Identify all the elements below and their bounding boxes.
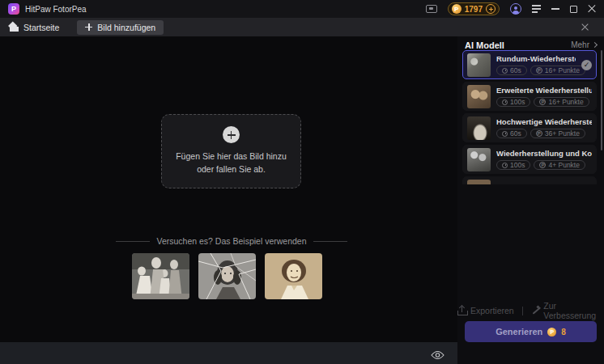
dropzone-text: Fügen Sie hier das Bild hinzu oder falle… [171, 150, 292, 176]
more-models-link[interactable]: Mehr [571, 40, 597, 49]
sidebar-title: AI Modell [465, 40, 571, 50]
clock-icon [502, 99, 508, 105]
duration-badge: 60s [496, 66, 527, 75]
minimize-button[interactable] [551, 8, 559, 9]
coin-balance-pill[interactable]: P 1797 [448, 2, 500, 15]
actions-divider [522, 307, 523, 315]
home-icon[interactable] [10, 23, 19, 32]
cost-badge: P 4+ Punkte [534, 160, 585, 170]
maximize-button[interactable] [570, 6, 577, 13]
enhance-button[interactable]: Zur Verbesserung [531, 301, 604, 320]
coin-icon: P [536, 67, 542, 74]
sample-images-row [132, 253, 322, 299]
coin-balance: 1797 [465, 5, 483, 14]
tab-add-image-label: Bild hinzufügen [97, 23, 155, 32]
ai-model-sidebar: AI Modell Mehr Rundum-Wiederherstellung … [457, 36, 604, 364]
export-button[interactable]: Exportieren [457, 306, 514, 315]
clock-icon [502, 68, 508, 74]
sidebar-actions: Exportieren Zur Verbesserung [457, 303, 604, 318]
sample-image-cracked-portrait[interactable] [198, 253, 256, 299]
account-icon[interactable] [510, 3, 521, 15]
cost-badge: P 16+ Punkte [534, 97, 589, 107]
add-coins-icon[interactable] [486, 4, 496, 14]
model-thumbnail [467, 116, 491, 140]
app-title: HitPaw FotorPea [25, 5, 87, 14]
tab-add-image[interactable]: Bild hinzufügen [77, 20, 164, 35]
cost-badge: P 36+ Punkte [530, 129, 585, 138]
divider-line [116, 241, 150, 242]
sidebar-header: AI Modell Mehr [457, 36, 604, 50]
duration-badge: 100s [496, 97, 530, 107]
model-name: Rundum-Wiederherstellung [496, 54, 576, 63]
model-item-kolorierung[interactable]: Wiederherstellung und Kolorier... 100s P… [462, 145, 597, 174]
coin-icon: P [539, 99, 546, 105]
chevron-right-icon [592, 42, 598, 48]
export-label: Exportieren [470, 306, 514, 315]
model-item-einzel[interactable]: Einzelwiederherstellung [462, 176, 597, 184]
divider-line [313, 241, 347, 242]
close-button[interactable] [588, 5, 596, 13]
clock-icon [502, 131, 508, 137]
export-icon [457, 307, 466, 315]
selected-check-icon: ✓ [581, 60, 592, 70]
sidebar-scrollbar[interactable] [601, 50, 602, 150]
model-thumbnail [467, 53, 491, 77]
model-item-rundum[interactable]: Rundum-Wiederherstellung 60s P 16+ Punkt… [462, 50, 597, 79]
enhance-label: Zur Verbesserung [543, 301, 604, 320]
eye-preview-icon[interactable] [431, 349, 444, 358]
samples-heading-row: Versuchen es? Das Beispiel verwenden [116, 236, 347, 246]
tab-startseite[interactable]: Startseite [23, 23, 59, 32]
model-name: Hochwertige Wiederherstellung [496, 117, 592, 126]
plus-icon [85, 23, 92, 31]
coin-icon: P [547, 328, 556, 336]
model-thumbnail [467, 148, 491, 171]
samples-heading: Versuchen es? Das Beispiel verwenden [156, 236, 306, 246]
model-item-erweiterte[interactable]: Erweiterte Wiederherstellung 100s P 16+ … [462, 82, 597, 111]
title-bar: P HitPaw FotorPea P 1797 [0, 0, 604, 18]
model-item-hochwertige[interactable]: Hochwertige Wiederherstellung 60s P 36+ … [462, 113, 597, 142]
add-image-plus-icon[interactable] [223, 126, 240, 143]
duration-badge: 60s [496, 129, 527, 138]
generate-label: Generieren [496, 327, 542, 336]
clock-icon [502, 163, 508, 168]
model-thumbnail [467, 85, 491, 108]
magic-wand-icon [531, 306, 540, 315]
menu-icon[interactable] [532, 5, 541, 12]
tab-bar: Startseite Bild hinzufügen [0, 18, 604, 36]
coin-icon: P [452, 4, 462, 14]
model-list: Rundum-Wiederherstellung 60s P 16+ Punkt… [462, 50, 597, 184]
cost-badge: P 16+ Punkte [530, 66, 585, 75]
generate-button[interactable]: Generieren P 8 [465, 321, 597, 342]
main-canvas: Fügen Sie hier das Bild hinzu oder falle… [0, 36, 457, 364]
coin-icon: P [539, 162, 546, 168]
screen-capture-icon[interactable] [426, 5, 437, 13]
coin-icon: P [536, 130, 542, 137]
model-thumbnail [467, 180, 491, 185]
close-tab-icon[interactable] [581, 23, 589, 32]
image-dropzone[interactable]: Fügen Sie hier das Bild hinzu oder falle… [161, 114, 301, 188]
sample-image-sepia-portrait[interactable] [265, 253, 322, 299]
model-name: Erweiterte Wiederherstellung [496, 86, 592, 95]
model-name: Wiederherstellung und Kolorier... [496, 149, 592, 158]
app-window: P HitPaw FotorPea P 1797 Startseite Bild… [0, 0, 604, 364]
more-label: Mehr [571, 40, 589, 49]
preview-toolbar [0, 342, 457, 364]
app-logo-icon: P [8, 3, 19, 15]
duration-badge: 100s [496, 160, 530, 170]
generate-cost: 8 [561, 328, 566, 336]
sample-image-family-photo[interactable] [132, 253, 189, 299]
